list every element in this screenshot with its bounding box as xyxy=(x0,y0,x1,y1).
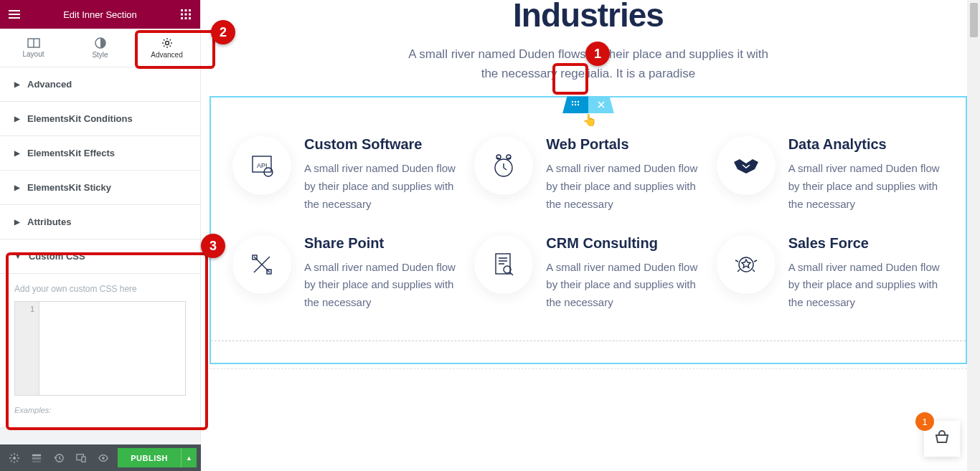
svg-rect-1 xyxy=(9,14,20,15)
award-icon xyxy=(717,235,776,294)
history-button[interactable] xyxy=(49,444,70,471)
accordion: ▶Advanced ▶ElementsKit Conditions ▶Eleme… xyxy=(0,67,200,444)
acc-conditions[interactable]: ▶ElementsKit Conditions xyxy=(0,102,200,136)
svg-point-23 xyxy=(102,457,105,460)
section-handle xyxy=(562,96,614,113)
caret-icon: ▶ xyxy=(14,184,20,191)
svg-rect-7 xyxy=(185,14,187,16)
scrollbar-track[interactable] xyxy=(967,0,980,471)
caret-icon: ▶ xyxy=(14,218,20,226)
svg-point-26 xyxy=(578,101,579,103)
svg-point-28 xyxy=(575,104,576,105)
svg-point-27 xyxy=(572,104,573,105)
next-section-placeholder xyxy=(209,368,967,455)
svg-rect-19 xyxy=(32,460,41,462)
panel-title: Edit Inner Section xyxy=(63,9,137,20)
caret-icon: ▼ xyxy=(14,252,22,260)
card-web-portals: Web PortalsA small river named Duden flo… xyxy=(474,136,702,213)
svg-rect-5 xyxy=(189,9,191,11)
tab-layout[interactable]: Layout xyxy=(0,29,67,67)
acc-sticky[interactable]: ▶ElementsKit Sticky xyxy=(0,171,200,205)
svg-rect-22 xyxy=(82,457,85,462)
svg-rect-8 xyxy=(189,14,191,16)
editor-panel: Edit Inner Section Layout Style Advanced… xyxy=(0,0,201,444)
publish-group: PUBLISH ▲ xyxy=(118,448,197,467)
card-custom-software: API Custom SoftwareA small river named D… xyxy=(232,136,460,213)
svg-point-24 xyxy=(572,101,573,103)
clock-icon xyxy=(474,136,533,195)
panel-tabs: Layout Style Advanced xyxy=(0,29,200,67)
tab-style[interactable]: Style xyxy=(67,29,133,67)
cursor-icon: 👆 xyxy=(583,113,597,127)
tab-advanced-label: Advanced xyxy=(151,51,182,59)
bottom-bar: PUBLISH ▲ xyxy=(0,444,201,471)
section-drag-handle[interactable] xyxy=(562,96,588,113)
code-input[interactable] xyxy=(39,302,185,395)
section-close-handle[interactable] xyxy=(588,96,614,113)
annotation-badge-2: 2 xyxy=(211,20,235,44)
tab-advanced[interactable]: Advanced xyxy=(133,29,200,67)
panel-header: Edit Inner Section xyxy=(0,0,200,29)
card-title: Web Portals xyxy=(546,136,702,153)
svg-point-25 xyxy=(575,101,576,103)
card-desc: A small river named Duden flow by their … xyxy=(546,160,702,213)
cart-count-badge: 1 xyxy=(915,412,934,431)
svg-rect-11 xyxy=(189,17,191,19)
card-share-point: Share PointA small river named Duden flo… xyxy=(232,235,460,312)
menu-button[interactable] xyxy=(7,7,22,22)
card-data-analytics: Data AnalyticsA small river named Duden … xyxy=(717,136,944,213)
caret-icon: ▶ xyxy=(14,149,20,157)
svg-rect-17 xyxy=(32,454,41,456)
widgets-button[interactable] xyxy=(179,7,193,22)
card-title: Custom Software xyxy=(304,136,460,153)
card-crm-consulting: CRM ConsultingA small river named Duden … xyxy=(474,235,702,312)
publish-button[interactable]: PUBLISH xyxy=(118,448,181,467)
custom-css-body: Add your own custom CSS here 1 Examples: xyxy=(0,274,200,428)
section-divider xyxy=(211,341,966,341)
tab-layout-label: Layout xyxy=(22,50,44,58)
acc-custom-css[interactable]: ▼Custom CSS xyxy=(0,239,200,274)
responsive-button[interactable] xyxy=(71,444,92,471)
api-icon: API xyxy=(232,136,291,195)
card-desc: A small river named Duden flow by their … xyxy=(788,160,944,213)
cart-button[interactable]: 1 xyxy=(924,421,960,457)
svg-rect-6 xyxy=(181,14,183,16)
settings-button[interactable] xyxy=(4,444,25,471)
card-title: CRM Consulting xyxy=(546,235,702,252)
card-title: Share Point xyxy=(304,235,460,252)
custom-css-help: Add your own custom CSS here xyxy=(14,284,186,294)
card-sales-force: Sales ForceA small river named Duden flo… xyxy=(717,235,944,312)
svg-rect-18 xyxy=(32,457,41,460)
tools-icon xyxy=(232,235,291,294)
svg-rect-10 xyxy=(185,17,187,19)
svg-point-29 xyxy=(578,104,579,105)
card-title: Sales Force xyxy=(788,235,944,252)
acc-advanced[interactable]: ▶Advanced xyxy=(0,67,200,102)
publish-dropdown[interactable]: ▲ xyxy=(181,448,197,467)
caret-icon: ▶ xyxy=(14,80,20,88)
code-editor[interactable]: 1 xyxy=(14,301,186,396)
page-title: Industries xyxy=(209,0,967,34)
acc-effects[interactable]: ▶ElementsKit Effects xyxy=(0,136,200,171)
svg-rect-3 xyxy=(181,9,183,11)
svg-rect-2 xyxy=(9,17,20,19)
svg-rect-4 xyxy=(185,9,187,11)
handshake-icon xyxy=(717,136,776,195)
svg-point-16 xyxy=(13,456,16,459)
preview-button[interactable] xyxy=(93,444,113,471)
card-desc: A small river named Duden flow by their … xyxy=(788,259,944,312)
svg-point-15 xyxy=(165,41,169,44)
code-gutter: 1 xyxy=(15,302,39,395)
card-desc: A small river named Duden flow by their … xyxy=(304,259,460,312)
svg-rect-9 xyxy=(181,17,183,19)
annotation-badge-1: 1 xyxy=(585,42,610,66)
caret-icon: ▶ xyxy=(14,115,20,123)
navigator-button[interactable] xyxy=(27,444,47,471)
inner-section[interactable]: 👆 API Custom SoftwareA small river named… xyxy=(209,96,967,364)
card-title: Data Analytics xyxy=(788,136,944,153)
card-desc: A small river named Duden flow by their … xyxy=(304,160,460,213)
acc-attributes[interactable]: ▶Attributes xyxy=(0,205,200,239)
examples-label: Examples: xyxy=(14,406,186,414)
preview-canvas: Industries A small river named Duden flo… xyxy=(201,0,980,471)
scrollbar-thumb[interactable] xyxy=(970,3,978,37)
